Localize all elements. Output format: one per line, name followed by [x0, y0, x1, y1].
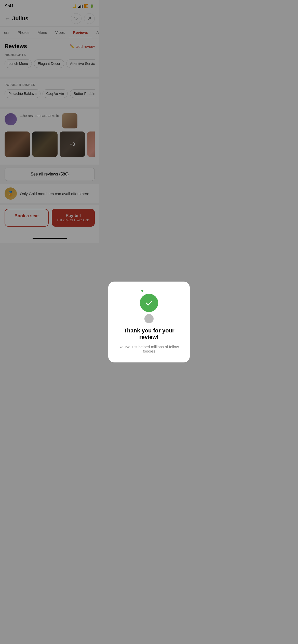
modal-overlay[interactable]: Thank you for your review! You've just h… [0, 0, 99, 243]
